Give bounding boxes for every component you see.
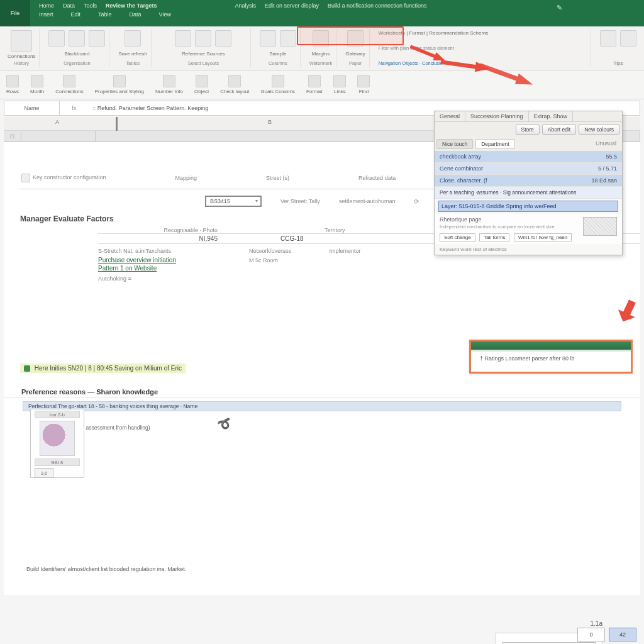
page-number: 1.1a (591, 620, 602, 627)
ribbon-icon[interactable] (195, 30, 211, 47)
ribbon-sublabel: Organisation (64, 60, 91, 66)
menu-analysis[interactable]: Analysis (235, 3, 256, 9)
r1-m: Network/oversee (249, 248, 292, 254)
ruler-cursor[interactable] (116, 117, 118, 131)
dialog-tabs: General Succession Planning Extrap. Show (435, 111, 622, 122)
ribbon-label: Tips (614, 60, 623, 66)
chip-wm1[interactable]: Wm1 for how fg_need (514, 233, 572, 242)
dialog-newcolours-button[interactable]: New colours (579, 125, 619, 135)
crumb-refracted: Refracted data (358, 175, 396, 181)
tb-rows[interactable]: Rows (4, 74, 21, 96)
ribbon-icon[interactable] (11, 30, 32, 52)
dialog-tab-general[interactable]: General (435, 111, 465, 121)
ribbon-icon[interactable] (215, 30, 231, 47)
callout-highlight (297, 26, 404, 45)
r4-l: Autohoking ≡ (98, 275, 131, 282)
pen-icon[interactable]: ✎ (557, 4, 562, 12)
dialog-tab-extrap[interactable]: Extrap. Show (529, 111, 574, 121)
tb-numberinfo[interactable]: Number Info (153, 74, 186, 96)
file-tab[interactable]: File (0, 0, 30, 26)
menu-data[interactable]: Data (63, 3, 75, 9)
refresh-icon[interactable]: ⟳ (414, 198, 419, 205)
menu-home[interactable]: Home (39, 3, 54, 9)
dialog-abort-button[interactable]: Abort edit (542, 125, 576, 135)
field-input-selected[interactable]: BS3415 (205, 196, 262, 207)
fx-icon[interactable]: fx (60, 105, 89, 111)
thumb-top: bar 2-b (35, 411, 80, 418)
dialog-body: Rhetorique page Independent mechanism to… (435, 214, 622, 244)
menu-tools[interactable]: Tools (84, 3, 97, 9)
menu-server[interactable]: Edit on server display (265, 3, 319, 9)
link-pattern[interactable]: Pattern 1 on Website (98, 265, 157, 272)
ribbon-group-connections: Connections History (4, 29, 40, 67)
dialog-list: checkbook array55.5 Gene combinator5 / 5… (435, 151, 622, 187)
ribbon-icon[interactable] (600, 30, 616, 47)
tb-label: Object (194, 89, 209, 94)
pager-next[interactable]: 42 (609, 628, 636, 641)
dialog-note: Per a teaching ·assumes · Sig announceme… (435, 187, 622, 199)
tb-label: Links (334, 89, 346, 94)
thumb-code-a: BBI 8 (35, 458, 80, 466)
ribbon-icon[interactable] (69, 30, 85, 47)
status-text: Here Inities 5N20 | 8 | 80:45 Saving on … (35, 365, 182, 372)
instruction-text: Enter login to billing assessment from h… (4, 421, 640, 431)
ribbon-icon[interactable] (89, 30, 105, 47)
subtab-nice[interactable]: Nice touch (436, 139, 473, 149)
tab-edit[interactable]: Edit (71, 11, 81, 18)
tb-properties[interactable]: Properties and Styling (92, 74, 147, 96)
val-territory: CCG-18 (280, 235, 331, 242)
dialog-row[interactable]: checkbook array55.5 (435, 151, 622, 163)
dialog-highlight[interactable]: Layer: 515-015-8 Griddle Spring info we/… (438, 201, 618, 212)
chip-tailforms[interactable]: Tail forms (479, 233, 509, 242)
blue-input-band[interactable]: Perfectional The go-start 18 - 58 - bank… (23, 401, 621, 411)
ribbon-icon[interactable] (175, 30, 191, 47)
dialog-row[interactable]: Gene combinator5 / 5.71 (435, 163, 622, 175)
subtab-extra: Unusual (592, 139, 620, 149)
tb-checklayout[interactable]: Check layout (218, 74, 252, 96)
tab-insert[interactable]: Insert (39, 11, 53, 18)
tb-object[interactable]: Object (192, 74, 211, 96)
tb-connections[interactable]: Connections (53, 74, 86, 96)
menu-review[interactable]: Review the Targets (106, 3, 157, 9)
window-controls: ✎ (557, 4, 562, 12)
subtab-department[interactable]: Department (475, 139, 514, 149)
ribbon-icon[interactable] (48, 30, 65, 47)
tb-month[interactable]: Month (28, 74, 47, 96)
tb-label: Check layout (220, 89, 249, 94)
tb-goals[interactable]: Goals Columns (258, 74, 297, 96)
link-purchase[interactable]: Purchase overview initiation (98, 257, 211, 264)
tab-table[interactable]: Table (98, 11, 112, 18)
chip-softchange[interactable]: Soft change (440, 233, 475, 242)
tb-format[interactable]: Format (304, 74, 325, 96)
tb-label: Goals Columns (260, 89, 295, 94)
tb-links[interactable]: Links (331, 74, 348, 96)
menu-build[interactable]: Build a notification connection function… (328, 3, 427, 9)
tab-data[interactable]: Data (130, 11, 142, 18)
ribbon-sublabel: Columns (269, 60, 287, 66)
dialog-tab-succession[interactable]: Succession Planning (465, 111, 529, 121)
thumb-code-b: 3,6 (35, 468, 53, 478)
val-photo: NI,945 (98, 235, 218, 242)
pager-prev[interactable]: 0 (577, 628, 605, 641)
dialog-store-button[interactable]: Store (516, 125, 540, 135)
ribbon-icon[interactable] (620, 30, 636, 47)
name-box[interactable]: Name (4, 101, 60, 115)
formula-input[interactable] (89, 101, 384, 115)
col-header[interactable] (21, 131, 96, 142)
tab-view[interactable]: View (159, 11, 171, 18)
object-icon (196, 75, 208, 87)
dialog-row[interactable]: Close. character. (f18 Ed.san (435, 175, 622, 187)
dialog-footer: Keyword word rest of electrics (435, 244, 622, 255)
tb-find[interactable]: Find (355, 74, 372, 96)
properties-icon (113, 75, 126, 87)
ribbon-icon[interactable] (125, 30, 141, 47)
select-all-cell[interactable]: □ (4, 131, 21, 142)
rows-icon (6, 75, 19, 87)
thumbnail-preview: bar 2-b BBI 8 3,6 (30, 409, 84, 478)
titlebar: File Home Data Tools Review the Targets … (0, 0, 644, 26)
tb-label: Properties and Styling (95, 89, 144, 94)
dialog-subtabs: Nice touch Department Unusual (435, 137, 622, 151)
ribbon-icon[interactable] (280, 30, 296, 47)
tb-label: Number Info (155, 89, 183, 94)
ribbon-icon[interactable] (260, 30, 276, 47)
